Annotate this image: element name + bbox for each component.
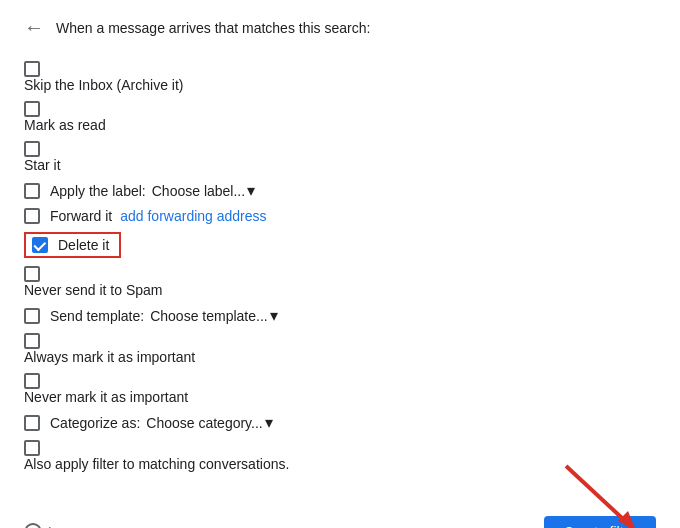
always-important-text: Always mark it as important: [24, 349, 195, 365]
send-template-text: Send template:: [50, 308, 144, 324]
send-template-checkbox[interactable]: [24, 308, 40, 324]
categorize-dropdown-arrow: ▾: [265, 413, 273, 432]
option-always-important: Always mark it as important: [24, 329, 656, 369]
skip-inbox-text: Skip the Inbox (Archive it): [24, 77, 184, 93]
star-it-label[interactable]: Star it: [24, 141, 61, 173]
choose-category-text: Choose category...: [146, 415, 262, 431]
option-send-template: Send template: Choose template... ▾: [24, 302, 656, 329]
learn-more-section[interactable]: ? Learn more: [24, 523, 120, 528]
send-template-dropdown-arrow: ▾: [270, 306, 278, 325]
never-spam-label[interactable]: Never send it to Spam: [24, 266, 163, 298]
option-forward-it: Forward it add forwarding address: [24, 204, 656, 228]
svg-marker-1: [618, 511, 636, 528]
choose-label-text: Choose label...: [152, 183, 245, 199]
always-important-checkbox[interactable]: [24, 333, 40, 349]
choose-template-text: Choose template...: [150, 308, 268, 324]
apply-label-dropdown[interactable]: Choose label... ▾: [152, 181, 255, 200]
never-spam-text: Never send it to Spam: [24, 282, 163, 298]
skip-inbox-checkbox[interactable]: [24, 61, 40, 77]
apply-label-checkbox[interactable]: [24, 183, 40, 199]
delete-it-checkbox[interactable]: [32, 237, 48, 253]
option-skip-inbox: Skip the Inbox (Archive it): [24, 57, 656, 97]
categorize-checkbox[interactable]: [24, 415, 40, 431]
also-apply-checkbox[interactable]: [24, 440, 40, 456]
add-forwarding-address-link[interactable]: add forwarding address: [120, 208, 266, 224]
also-apply-label[interactable]: Also apply filter to matching conversati…: [24, 440, 289, 472]
always-important-label[interactable]: Always mark it as important: [24, 333, 195, 365]
skip-inbox-label[interactable]: Skip the Inbox (Archive it): [24, 61, 184, 93]
forward-it-text: Forward it: [50, 208, 112, 224]
send-template-label[interactable]: Send template:: [24, 308, 144, 324]
categorize-label[interactable]: Categorize as:: [24, 415, 140, 431]
option-mark-as-read: Mark as read: [24, 97, 656, 137]
mark-as-read-label[interactable]: Mark as read: [24, 101, 106, 133]
learn-more-icon: ?: [24, 523, 42, 528]
back-arrow-icon[interactable]: ←: [24, 16, 44, 39]
apply-label-text: Apply the label:: [50, 183, 146, 199]
forward-it-checkbox[interactable]: [24, 208, 40, 224]
star-it-checkbox[interactable]: [24, 141, 40, 157]
mark-as-read-checkbox[interactable]: [24, 101, 40, 117]
never-spam-checkbox[interactable]: [24, 266, 40, 282]
apply-label-label[interactable]: Apply the label:: [24, 183, 146, 199]
star-it-text: Star it: [24, 157, 61, 173]
never-important-label[interactable]: Never mark it as important: [24, 373, 188, 405]
never-important-text: Never mark it as important: [24, 389, 188, 405]
delete-it-text: Delete it: [58, 237, 109, 253]
delete-it-highlighted-box[interactable]: Delete it: [24, 232, 121, 258]
mark-as-read-text: Mark as read: [24, 117, 106, 133]
learn-more-text: Learn more: [48, 524, 120, 528]
option-apply-label: Apply the label: Choose label... ▾: [24, 177, 656, 204]
option-never-important: Never mark it as important: [24, 369, 656, 409]
filter-options-container: ← When a message arrives that matches th…: [0, 0, 680, 528]
header-description: When a message arrives that matches this…: [56, 20, 370, 36]
option-categorize: Categorize as: Choose category... ▾: [24, 409, 656, 436]
option-star-it: Star it: [24, 137, 656, 177]
categorize-text: Categorize as:: [50, 415, 140, 431]
categorize-dropdown[interactable]: Choose category... ▾: [146, 413, 272, 432]
page-header: ← When a message arrives that matches th…: [24, 16, 656, 39]
option-never-spam: Never send it to Spam: [24, 262, 656, 302]
red-arrow-svg: [506, 456, 666, 528]
never-important-checkbox[interactable]: [24, 373, 40, 389]
also-apply-text: Also apply filter to matching conversati…: [24, 456, 289, 472]
send-template-dropdown[interactable]: Choose template... ▾: [150, 306, 278, 325]
forward-it-label[interactable]: Forward it: [24, 208, 112, 224]
option-delete-it: Delete it: [24, 228, 656, 262]
apply-label-dropdown-arrow: ▾: [247, 181, 255, 200]
